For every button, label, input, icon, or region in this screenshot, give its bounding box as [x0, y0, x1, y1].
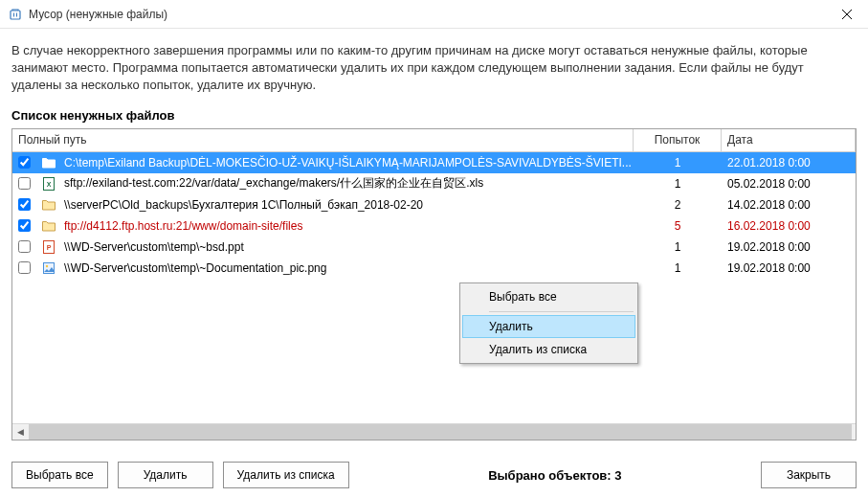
window-icon [8, 7, 23, 22]
row-attempts: 1 [634, 258, 722, 279]
row-date: 19.02.2018 0:00 [722, 258, 856, 279]
selected-count: Выбрано объектов: 3 [359, 468, 751, 483]
xls-icon: X [39, 173, 58, 194]
folder-icon [39, 152, 58, 173]
row-attempts: 1 [634, 237, 722, 258]
svg-rect-0 [11, 11, 20, 19]
svg-text:X: X [47, 181, 52, 188]
row-checkbox-cell [12, 215, 39, 237]
svg-point-6 [46, 264, 48, 266]
ppt-icon: P [39, 237, 58, 258]
remove-from-list-button[interactable]: Удалить из списка [223, 462, 349, 488]
table-row[interactable]: Xsftp://exiland-test.com:22/var/data/_ex… [12, 173, 856, 194]
row-path: ftp://d4112.ftp.host.ru:21/www/domain-si… [58, 215, 634, 237]
row-checkbox[interactable] [18, 156, 31, 169]
png-icon [39, 258, 58, 279]
row-checkbox[interactable] [18, 261, 31, 274]
row-checkbox[interactable] [18, 240, 31, 253]
table-header: Полный путь Попыток Дата [12, 129, 856, 152]
row-date: 22.01.2018 0:00 [722, 152, 856, 173]
table-body: C:\temp\Exiland Backup\DĖL-MOKESČIO-UŽ-V… [12, 152, 856, 279]
column-header-date[interactable]: Дата [722, 129, 856, 151]
titlebar: Мусор (ненужные файлы) [0, 0, 868, 29]
menu-delete[interactable]: Удалить [462, 315, 635, 338]
menu-select-all[interactable]: Выбрать все [462, 285, 635, 308]
row-path: \\WD-Server\custom\temp\~bsd.ppt [58, 237, 634, 258]
row-checkbox-cell [12, 258, 39, 279]
svg-text:P: P [47, 244, 52, 251]
menu-remove-from-list[interactable]: Удалить из списка [462, 338, 635, 361]
row-date: 05.02.2018 0:00 [722, 173, 856, 194]
bottom-bar: Выбрать все Удалить Удалить из списка Вы… [0, 453, 868, 497]
row-checkbox-cell [12, 194, 39, 215]
row-attempts: 5 [634, 215, 722, 237]
row-path: \\WD-Server\custom\temp\~Documentation_p… [58, 258, 634, 279]
context-menu: Выбрать все Удалить Удалить из списка [459, 282, 638, 364]
scroll-track[interactable] [29, 424, 839, 440]
table-row[interactable]: \\serverPC\Old_backups\Бухгалтерия 1С\По… [12, 194, 856, 215]
row-checkbox-cell [12, 152, 39, 173]
description-text: В случае некорректного завершения програ… [11, 42, 857, 95]
row-path: C:\temp\Exiland Backup\DĖL-MOKESČIO-UŽ-V… [58, 152, 634, 173]
folder-icon [39, 215, 58, 237]
window-title: Мусор (ненужные файлы) [29, 8, 825, 21]
row-path: sftp://exiland-test.com:22/var/data/_exc… [58, 173, 634, 194]
close-button[interactable]: Закрыть [761, 462, 857, 488]
file-table: Полный путь Попыток Дата C:\temp\Exiland… [11, 128, 857, 441]
row-checkbox-cell [12, 237, 39, 258]
scroll-left-button[interactable]: ◀ [12, 424, 29, 440]
row-date: 14.02.2018 0:00 [722, 194, 856, 215]
row-checkbox-cell [12, 173, 39, 194]
row-path: \\serverPC\Old_backups\Бухгалтерия 1С\По… [58, 194, 634, 215]
menu-separator [489, 311, 634, 312]
row-attempts: 2 [634, 194, 722, 215]
row-checkbox[interactable] [18, 177, 31, 190]
select-all-button[interactable]: Выбрать все [11, 462, 108, 488]
folder-icon [39, 194, 58, 215]
row-checkbox[interactable] [18, 198, 31, 211]
row-attempts: 1 [634, 152, 722, 173]
table-row[interactable]: \\WD-Server\custom\temp\~Documentation_p… [12, 258, 856, 279]
row-attempts: 1 [634, 173, 722, 194]
scroll-thumb[interactable] [29, 424, 852, 440]
table-row[interactable]: P\\WD-Server\custom\temp\~bsd.ppt119.02.… [12, 237, 856, 258]
row-checkbox[interactable] [18, 219, 31, 232]
list-heading: Список ненужных файлов [11, 108, 857, 123]
close-icon[interactable] [825, 0, 868, 29]
column-header-path[interactable]: Полный путь [12, 129, 634, 151]
table-row[interactable]: ftp://d4112.ftp.host.ru:21/www/domain-si… [12, 215, 856, 237]
delete-button[interactable]: Удалить [118, 462, 213, 488]
column-header-attempts[interactable]: Попыток [634, 129, 722, 151]
row-date: 19.02.2018 0:00 [722, 237, 856, 258]
horizontal-scrollbar[interactable]: ◀ ▶ [12, 423, 856, 440]
content-area: В случае некорректного завершения програ… [0, 29, 868, 441]
table-row[interactable]: C:\temp\Exiland Backup\DĖL-MOKESČIO-UŽ-V… [12, 152, 856, 173]
row-date: 16.02.2018 0:00 [722, 215, 856, 237]
